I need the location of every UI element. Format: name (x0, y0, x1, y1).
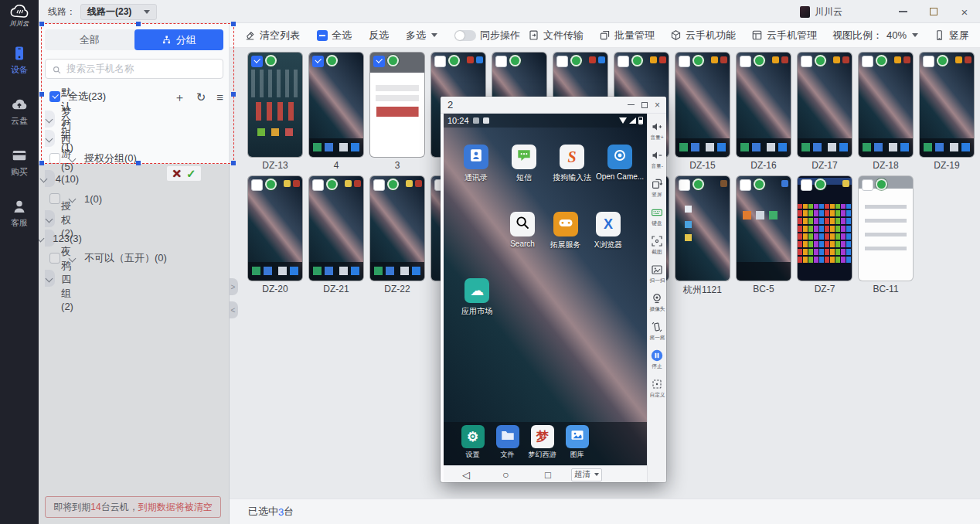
sync-toggle[interactable] (454, 30, 476, 41)
phone-thumbnail[interactable]: DZ-22 (370, 176, 424, 294)
thumbnail-checkbox[interactable] (556, 56, 568, 67)
sidebar-item[interactable]: 客服 (0, 198, 39, 229)
refresh-icon[interactable]: ↻ (196, 91, 206, 103)
group-checkbox[interactable] (49, 253, 60, 264)
dock-app[interactable]: ⚙ 设置 (459, 425, 486, 460)
phone-thumbnail[interactable]: DZ-17 (798, 53, 852, 171)
close-button[interactable]: × (949, 0, 980, 23)
thumbnail-checkbox[interactable] (801, 179, 812, 191)
phone-app[interactable]: 通讯录 (459, 145, 493, 183)
phone-maximize-icon[interactable] (641, 102, 648, 108)
group-row[interactable]: 默认分组(1) (45, 111, 55, 128)
phone-minimize-icon[interactable] (628, 104, 635, 106)
sync-operation-toggle-item[interactable]: 同步操作 (454, 29, 520, 43)
phone-thumbnail[interactable]: DZ-16 (737, 53, 791, 171)
phone-tool-button[interactable]: 摄像头 (648, 288, 667, 317)
tab-all[interactable]: 全部 (45, 29, 134, 50)
phone-thumbnail[interactable]: DZ-20 (248, 176, 302, 294)
maximize-button[interactable] (918, 0, 949, 23)
thumbnail-checkbox[interactable] (434, 56, 446, 67)
group-row[interactable]: 4(10) (45, 170, 55, 187)
phone-thumbnail[interactable]: DZ-21 (309, 176, 363, 294)
group-row[interactable]: 授权(2) (45, 210, 55, 227)
nav-home-icon[interactable]: ○ (502, 466, 509, 483)
nav-back-icon[interactable]: ◁ (462, 466, 470, 483)
thumbnail-checkbox[interactable] (373, 56, 385, 67)
invert-selection-button[interactable]: 反选 (369, 29, 389, 43)
toolbar-button[interactable]: 云手机管理 (751, 29, 817, 43)
phone-app[interactable]: Open Came... (603, 145, 637, 183)
phone-thumbnail[interactable]: DZ-13 (248, 53, 302, 171)
phone-thumbnail[interactable]: 杭州1121 (675, 176, 730, 294)
dock-app[interactable]: 梦 梦幻西游 (529, 425, 556, 460)
phone-tool-button[interactable]: 摇一摇 (648, 317, 667, 345)
phone-thumbnail[interactable]: BC-5 (737, 176, 791, 294)
selection-cancel-icon[interactable]: ✕ (172, 168, 182, 179)
thumbnail-checkbox[interactable] (618, 56, 629, 67)
phone-thumbnail[interactable]: DZ-19 (920, 53, 974, 171)
group-checkbox[interactable] (49, 153, 60, 164)
selection-confirm-icon[interactable]: ✓ (186, 168, 196, 179)
phone-tool-button[interactable]: 截图 (648, 231, 667, 260)
sidebar-item[interactable]: 购买 (0, 147, 39, 178)
select-all-toolbar[interactable]: 全选 (317, 29, 352, 43)
search-input[interactable] (66, 63, 216, 74)
phone-app[interactable]: ☁ 应用市场 (460, 278, 494, 317)
add-group-icon[interactable]: ＋ (174, 91, 185, 103)
phone-tool-button[interactable]: 键盘 (648, 202, 667, 231)
thumbnail-checkbox[interactable] (862, 56, 873, 67)
tab-grouped[interactable]: 分组 (134, 29, 224, 50)
collapse-panel-button[interactable]: < (230, 301, 238, 318)
sidebar-item[interactable]: 设备 (0, 45, 39, 76)
phone-tool-button[interactable]: 音量- (648, 145, 667, 174)
toolbar-button[interactable]: 云手机功能 (670, 29, 736, 43)
quality-selector[interactable]: 超清 (571, 468, 602, 481)
thumbnail-checkbox[interactable] (740, 56, 751, 67)
phone-app[interactable]: 短信 (507, 145, 541, 183)
nav-recent-icon[interactable]: □ (545, 466, 551, 483)
select-all-checkbox[interactable] (49, 91, 60, 102)
toolbar-button[interactable]: 文件传输 (528, 29, 584, 43)
phone-app[interactable]: S 搜狗输入法 (555, 145, 589, 183)
group-row[interactable]: 梦幻西游(5) (45, 130, 55, 147)
group-row[interactable]: 夜鸦四组(2) (45, 270, 55, 287)
collapse-list-icon[interactable]: ≡ (216, 91, 223, 103)
phone-thumbnail[interactable]: 4 (309, 53, 363, 171)
thumbnail-checkbox[interactable] (862, 179, 873, 191)
phone-thumbnail[interactable]: DZ-15 (675, 53, 730, 171)
thumbnail-checkbox[interactable] (312, 56, 324, 67)
thumbnail-checkbox[interactable] (251, 56, 263, 67)
phone-thumbnail[interactable]: DZ-18 (859, 53, 913, 171)
thumbnail-checkbox[interactable] (801, 56, 812, 67)
thumbnail-checkbox[interactable] (373, 179, 385, 191)
phone-thumbnail[interactable]: 3 (370, 53, 424, 171)
phone-screen[interactable]: 10:24 (444, 114, 647, 465)
dock-app[interactable]: 文件 (494, 425, 521, 460)
group-checkbox[interactable] (49, 193, 60, 204)
chevron-down-icon[interactable] (46, 215, 53, 223)
select-all-toolbar-checkbox[interactable] (317, 30, 328, 41)
phone-tool-button[interactable]: 音量+ (648, 117, 667, 145)
minimize-button[interactable] (887, 0, 918, 23)
line-select-dropdown[interactable]: 线路一(23) (80, 4, 157, 20)
phone-tool-button[interactable]: 停止 (648, 345, 667, 374)
dock-app[interactable]: 图库 (563, 425, 590, 460)
phone-app[interactable]: 拓展服务 (549, 212, 583, 250)
phone-app[interactable]: X X浏览器 (591, 212, 625, 250)
phone-close-icon[interactable]: × (655, 100, 660, 110)
thumbnail-checkbox[interactable] (679, 179, 690, 191)
phone-thumbnail[interactable]: DZ-7 (798, 176, 852, 294)
phone-tool-button[interactable]: 竖屏 (648, 174, 667, 202)
portrait-mode-button[interactable]: 竖屏 (934, 29, 969, 43)
thumbnail-checkbox[interactable] (740, 179, 751, 191)
phone-window-titlebar[interactable]: 2 × (441, 97, 666, 114)
expand-panel-button[interactable]: > (230, 278, 238, 295)
phone-app[interactable]: Search (505, 212, 539, 250)
thumbnail-checkbox[interactable] (679, 56, 690, 67)
view-scale-dropdown[interactable]: 视图比例： 40% (832, 29, 918, 43)
chevron-down-icon[interactable] (46, 134, 53, 142)
thumbnail-checkbox[interactable] (495, 56, 507, 67)
thumbnail-checkbox[interactable] (251, 179, 263, 191)
phone-thumbnail[interactable]: BC-11 (859, 176, 913, 294)
multi-select-button[interactable]: 多选 (406, 29, 437, 43)
